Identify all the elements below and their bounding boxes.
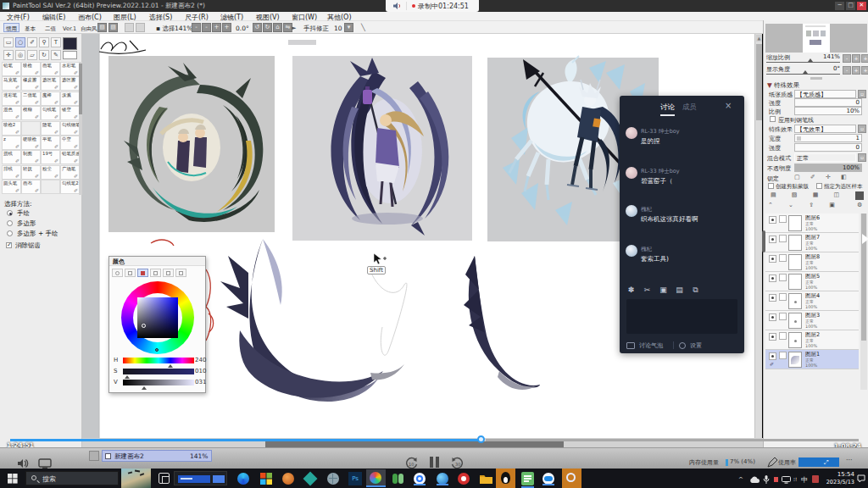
color-tab-square[interactable] (125, 269, 136, 277)
tray-red-icon[interactable] (774, 477, 778, 482)
brush-tool-选区擦[interactable]: 选区擦✐ (60, 76, 80, 91)
layer-row-图层8[interactable]: 图层8正常100% (765, 252, 859, 272)
brush-tool-勾线笔2[interactable]: 勾线笔2✐ (60, 180, 80, 194)
layer-row-图层1[interactable]: ✐图层1正常100% (765, 350, 859, 369)
brush-tool-广场笔[interactable]: 广场笔✐ (60, 165, 80, 180)
paper-scale-input[interactable]: 10% (794, 107, 862, 115)
toolbar-tab-0[interactable]: 惯用 (3, 23, 19, 32)
brush-tool-喷枪2[interactable]: 喷枪2✐ (2, 121, 21, 136)
chat-bubble-label[interactable]: 讨论气泡 (639, 341, 663, 350)
secondary-color-swatch[interactable] (63, 51, 77, 59)
more-dots[interactable]: ··· (846, 457, 853, 464)
tray-chevron-icon[interactable]: ^ (738, 476, 743, 483)
nav-angle-ccw[interactable]: - (843, 66, 851, 75)
layer-visibility-图层2[interactable] (769, 333, 776, 341)
volume-icon[interactable] (17, 458, 29, 469)
layer-visibility-图层7[interactable] (769, 236, 776, 243)
selection-method-radio-2[interactable] (7, 230, 13, 236)
val-slider[interactable] (123, 380, 194, 385)
brush-tool-empty[interactable] (41, 180, 60, 194)
tray-clock[interactable]: 15:54 2023/5/13 (824, 471, 854, 486)
chat-avatar-0[interactable] (626, 127, 637, 139)
rect-select-tool[interactable]: ▭ (3, 37, 14, 47)
hue-slider[interactable] (123, 358, 194, 363)
color-tab-sliders[interactable] (150, 269, 161, 277)
color-tab-swatch[interactable] (175, 269, 186, 277)
lasso-tool[interactable]: ○ (15, 37, 25, 47)
wand-tool[interactable]: ⚲ (39, 37, 49, 47)
zoom-in-button[interactable]: + (212, 23, 221, 32)
paper-texture-select[interactable]: 【无质感】 (794, 90, 856, 98)
taskbar-app-teal[interactable] (303, 472, 318, 486)
brush-tool-描线[interactable]: 描线✐ (2, 150, 21, 164)
rotate-view-tool[interactable]: ↻ (39, 50, 49, 60)
brush-tool-喷枪[interactable]: 喷枪✐ (21, 62, 41, 76)
nav-zoom-reset[interactable]: + (861, 54, 868, 63)
tray-monitor-icon[interactable] (782, 476, 791, 484)
video-timeline[interactable] (0, 439, 868, 441)
pen-select-tool[interactable]: ✐ (27, 37, 37, 47)
chat-avatar-3[interactable] (626, 245, 637, 257)
brush-tool-empty[interactable] (21, 121, 41, 136)
brush-tool-中空[interactable]: 中空✐ (60, 136, 80, 150)
layer-special-button[interactable] (855, 191, 864, 200)
layer-row-图层7[interactable]: 图层7正常100% (765, 233, 859, 252)
brush-tool-泼溅[interactable]: 泼溅✐ (60, 92, 80, 106)
apply-ink-checkbox[interactable] (770, 116, 776, 122)
chat-settings-label[interactable]: 设置 (690, 341, 702, 350)
zoom-value[interactable]: 141% (175, 25, 192, 32)
brush-tool-轻抚[interactable]: 轻抚✐ (21, 165, 41, 180)
start-button[interactable] (8, 474, 18, 484)
chat-sticker-icon[interactable]: ✽ (626, 286, 636, 295)
screencast-icon[interactable] (38, 458, 52, 469)
nav-zoom-in[interactable]: + (852, 54, 860, 63)
zoom-out-button[interactable]: - (192, 23, 201, 32)
color-tab-mixer[interactable] (163, 269, 174, 277)
panel-handle[interactable] (762, 230, 765, 252)
document-tab[interactable]: 新建画布2 141% (102, 450, 212, 462)
chat-avatar-1[interactable] (626, 167, 637, 179)
effect-strength-input[interactable]: 0 (794, 143, 862, 152)
tab-scroll-button[interactable] (89, 451, 99, 461)
taskbar-app-cloud[interactable] (542, 473, 554, 485)
maximize-button[interactable]: □ (846, 2, 855, 10)
pause-button[interactable] (430, 457, 440, 468)
rewind-10-button[interactable]: 10 (404, 457, 419, 469)
layer-settings-icon[interactable]: ⚙ (857, 202, 862, 208)
taskbar-app-red[interactable] (458, 473, 470, 485)
taskbar-app-active-tile[interactable] (366, 469, 386, 487)
paper-texture-button[interactable]: ▫ (858, 90, 866, 98)
tray-red2-icon[interactable] (812, 475, 819, 483)
brush-tool-圆头笔[interactable]: 圆头笔✐ (2, 180, 21, 194)
brush-tool-镂空[interactable]: 镂空✐ (60, 106, 80, 120)
layer-row-图层3[interactable]: 图层3正常100% (765, 311, 859, 330)
taskbar-app-ring-tile[interactable] (562, 469, 581, 488)
nav-angle-cw[interactable]: + (852, 66, 860, 75)
canvas-vscrollbar[interactable]: ▲ (754, 34, 762, 438)
chat-input[interactable] (626, 299, 737, 334)
rotate-cw-button[interactable]: ↻ (263, 23, 272, 32)
toolbar-tab-1[interactable]: 基本 (22, 23, 38, 32)
toolbar-tab-4[interactable]: 自由风 (78, 23, 100, 32)
brush-tool-平笔[interactable]: 平笔✐ (41, 136, 60, 150)
layer-toolbar-row2[interactable]: ⌃ ⌄ ⇪ ▣ (768, 202, 842, 208)
eyedropper-tool[interactable]: ✎ (51, 50, 61, 60)
layer-toolbar-row1[interactable]: ▤ ▧ ▦ ◫ (771, 191, 846, 198)
forward-30-button[interactable]: 30 (450, 457, 465, 469)
angle-value[interactable]: 0.0° (236, 25, 249, 32)
layer-visibility-图层6[interactable] (769, 216, 776, 224)
color-tab-wheel[interactable] (112, 269, 123, 277)
toolbar-icon-button-2[interactable]: ▨ (108, 23, 118, 32)
clip-mask-checkbox[interactable] (768, 183, 774, 189)
minimize-button[interactable]: ─ (835, 2, 844, 10)
brush-tool-铅笔质感[interactable]: 铅笔质感✐ (60, 150, 80, 164)
brush-tool-马克笔[interactable]: 马克笔✐ (2, 76, 21, 91)
stabilizer-dropdown[interactable]: ▾ (344, 23, 353, 32)
selection-sample-checkbox[interactable] (816, 183, 822, 189)
antialias-checkbox[interactable] (6, 242, 12, 248)
color-dialog-titlebar[interactable]: 颜色 (109, 257, 205, 266)
taskbar-app-store[interactable] (260, 473, 272, 485)
layer-row-图层2[interactable]: 图层2正常100% (765, 330, 859, 350)
navigator[interactable] (765, 24, 867, 53)
layer-row-图层6[interactable]: 图层6正常100% (765, 214, 859, 233)
